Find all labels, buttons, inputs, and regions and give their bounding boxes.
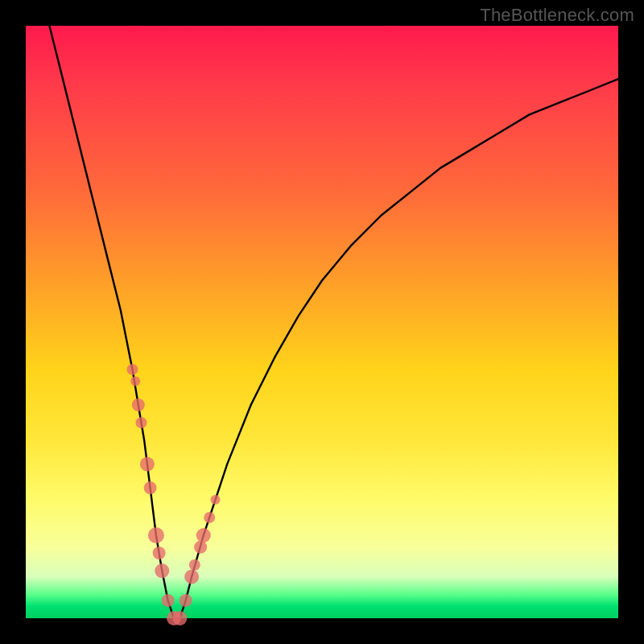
chart-frame: TheBottleneck.com bbox=[0, 0, 644, 644]
sample-dot bbox=[144, 481, 157, 494]
sample-dot bbox=[189, 559, 200, 571]
sample-dot bbox=[194, 541, 207, 554]
sample-dots-group bbox=[127, 364, 221, 625]
bottleneck-curve bbox=[49, 26, 618, 618]
sample-dot bbox=[136, 417, 147, 428]
sample-dot bbox=[184, 570, 199, 584]
sample-dot bbox=[211, 495, 221, 505]
sample-dot bbox=[127, 364, 138, 375]
sample-dot bbox=[204, 512, 215, 523]
sample-dot bbox=[148, 527, 164, 543]
chart-svg bbox=[26, 26, 618, 618]
plot-area bbox=[26, 26, 618, 618]
sample-dot bbox=[140, 457, 155, 472]
watermark-text: TheBottleneck.com bbox=[480, 5, 634, 26]
sample-dot bbox=[180, 594, 192, 607]
sample-dot bbox=[155, 564, 169, 578]
sample-dot bbox=[162, 594, 175, 607]
sample-dot bbox=[130, 377, 140, 386]
sample-dot bbox=[172, 611, 187, 625]
sample-dot bbox=[196, 528, 211, 543]
sample-dot bbox=[153, 547, 166, 559]
sample-dot bbox=[132, 398, 145, 411]
